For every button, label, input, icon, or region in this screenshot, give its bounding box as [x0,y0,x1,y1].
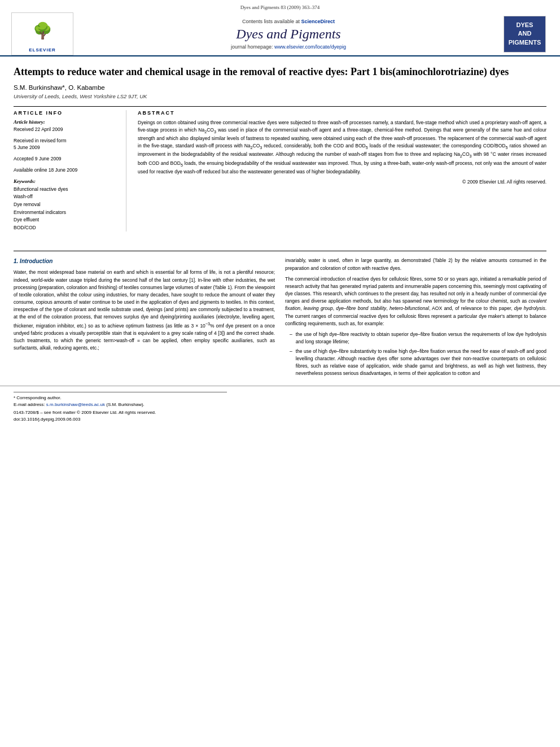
elsevier-brand: ELSEVIER [29,47,56,53]
abstract-text: Dyeings on cotton obtained using three c… [138,119,546,185]
available-text: Available online 18 June 2009 [14,167,119,174]
keyword-2: Wash-off [14,193,119,201]
email-label: E-mail address: [14,402,45,407]
keyword-4: Environmental indicators [14,209,119,217]
footnote-corresponding: * Corresponding author. [14,395,546,401]
sciencedirect-link: ScienceDirect [301,19,335,24]
bullet-item-2: – the use of high dye–fibre substantivit… [290,348,546,377]
accepted-text: Accepted 9 June 2009 [14,156,119,163]
revised-label: Received in revised form [14,138,67,143]
received-text: Received 22 April 2009 [14,126,119,133]
article-footer: * Corresponding author. E-mail address: … [0,386,560,422]
dyes-pigments-logo: DYESANDPIGMENTS [504,16,549,53]
keyword-5: Dye effluent [14,216,119,224]
bullet-text-1: the use of high dye–fibre reactivity to … [296,331,546,346]
right-para-1: invariably, water is used, often in larg… [285,257,546,272]
dyes-logo-box: DYESANDPIGMENTS [504,16,546,53]
sciencedirect-line: Contents lists available at ScienceDirec… [79,19,498,24]
journal-homepage-line: journal homepage: www.elsevier.com/locat… [79,44,498,50]
right-para-2: The commercial introduction of reactive … [285,276,546,327]
dyes-logo-text: DYESANDPIGMENTS [509,21,541,47]
email-person: (S.M. Burkinshaw). [106,402,145,407]
bullet-list: – the use of high dye–fibre reactivity t… [290,331,546,377]
journal-title-main: Dyes and Pigments [79,27,498,42]
journal-ref-line: Dyes and Pigments 83 (2009) 363–374 [11,5,549,10]
corresponding-label: * Corresponding author. [14,395,62,400]
two-col-body: 1. Introduction Water, the most widespre… [0,257,560,380]
email-link[interactable]: s.m.burkinshaw@leeds.ac.uk [46,402,105,407]
issn-line: 0143-7208/$ – see front matter © 2009 El… [14,410,546,415]
contents-text: Contents lists available at [242,19,300,24]
article-abstract-col: ABSTRACT Dyeings on cotton obtained usin… [138,110,546,231]
elsevier-tree-icon: 🌳 [33,23,53,39]
intro-para-1: Water, the most widespread base material… [14,269,275,352]
journal-header: Dyes and Pigments 83 (2009) 363–374 🌳 EL… [0,0,560,56]
abstract-paragraph-1: Dyeings on cotton obtained using three c… [138,119,546,175]
history-label: Article history: [14,119,119,125]
doi-line: doi:10.1016/j.dyepig.2009.06.003 [14,417,546,422]
right-col: invariably, water is used, often in larg… [285,257,546,380]
keyword-6: BOD/COD [14,224,119,232]
keywords-label: Keywords: [14,178,119,184]
page: Dyes and Pigments 83 (2009) 363–374 🌳 EL… [0,0,560,747]
keywords-list: Bifunctional reactive dyes Wash-off Dye … [14,186,119,232]
journal-header-inner: 🌳 ELSEVIER Contents lists available at S… [11,12,549,55]
article-authors: S.M. Burkinshaw*, O. Kabambe [14,84,546,91]
left-col: 1. Introduction Water, the most widespre… [14,257,275,380]
journal-center: Contents lists available at ScienceDirec… [73,19,504,50]
bullet-dash-1: – [290,331,292,346]
footnote-divider [14,392,227,392]
bullet-text-2: the use of high dye–fibre substantivity … [296,348,546,377]
article-title: Attempts to reduce water and chemical us… [14,65,546,78]
homepage-label: journal homepage: [231,44,273,50]
abstract-label: ABSTRACT [138,110,546,116]
revised-text: Received in revised form 5 June 2009 [14,138,119,151]
homepage-url: www.elsevier.com/locate/dyepig [274,44,346,50]
footnote-email: E-mail address: s.m.burkinshaw@leeds.ac.… [14,401,546,408]
elsevier-logo: 🌳 ELSEVIER [11,12,73,55]
bullet-item-1: – the use of high dye–fibre reactivity t… [290,331,546,346]
intro-heading: 1. Introduction [14,257,275,265]
keyword-3: Dye removal [14,201,119,209]
bullet-dash-2: – [290,348,292,377]
revised-date: 5 June 2009 [14,145,40,150]
article-info-label: ARTICLE INFO [14,110,119,116]
copyright-line: © 2009 Elsevier Ltd. All rights reserved… [138,178,546,186]
body-divider [14,251,546,251]
article-content: Attempts to reduce water and chemical us… [0,56,560,251]
keyword-1: Bifunctional reactive dyes [14,186,119,194]
article-meta: ARTICLE INFO Article history: Received 2… [14,106,546,231]
article-info-col: ARTICLE INFO Article history: Received 2… [14,110,126,231]
article-affiliation: University of Leeds, Leeds, West Yorkshi… [14,93,546,99]
